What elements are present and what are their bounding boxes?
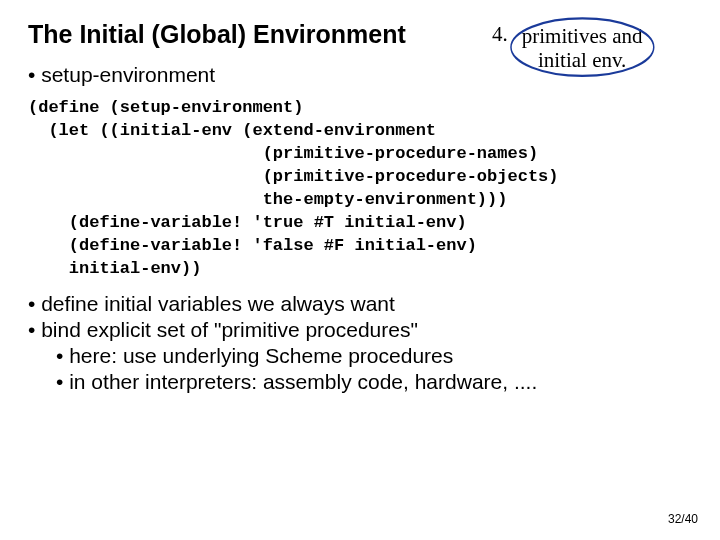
page-number: 32/40 — [668, 512, 698, 526]
slide: The Initial (Global) Environment setup-e… — [0, 0, 720, 396]
note-subitem: here: use underlying Scheme procedures — [56, 343, 692, 369]
sub-bullet-list: setup-environment — [28, 63, 492, 87]
callout-box: primitives and initial env. — [514, 20, 651, 76]
note-text: bind explicit set of "primitive procedur… — [41, 318, 418, 341]
notes-sublist: here: use underlying Scheme procedures i… — [56, 343, 692, 396]
step-number: 4. — [492, 22, 508, 47]
slide-title: The Initial (Global) Environment — [28, 20, 492, 49]
note-subitem: in other interpreters: assembly code, ha… — [56, 369, 692, 395]
note-item: bind explicit set of "primitive procedur… — [28, 317, 692, 396]
note-item: define initial variables we always want — [28, 291, 692, 317]
step-callout: 4. primitives and initial env. — [492, 20, 692, 76]
title-block: The Initial (Global) Environment setup-e… — [28, 20, 492, 87]
callout-line2: initial env. — [522, 48, 643, 72]
notes-list: define initial variables we always want … — [28, 291, 692, 396]
callout-line1: primitives and — [522, 24, 643, 48]
code-block: (define (setup-environment) (let ((initi… — [28, 97, 692, 281]
header-row: The Initial (Global) Environment setup-e… — [28, 20, 692, 87]
sub-bullet-item: setup-environment — [28, 63, 492, 87]
